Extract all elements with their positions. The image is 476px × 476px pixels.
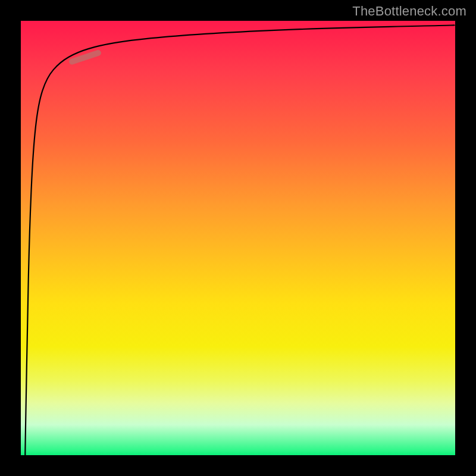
bottleneck-curve — [25, 25, 455, 455]
attribution-text: TheBottleneck.com — [352, 4, 466, 19]
curve-layer — [21, 21, 455, 455]
chart-stage: TheBottleneck.com — [0, 0, 476, 476]
curve-marker — [72, 53, 98, 62]
